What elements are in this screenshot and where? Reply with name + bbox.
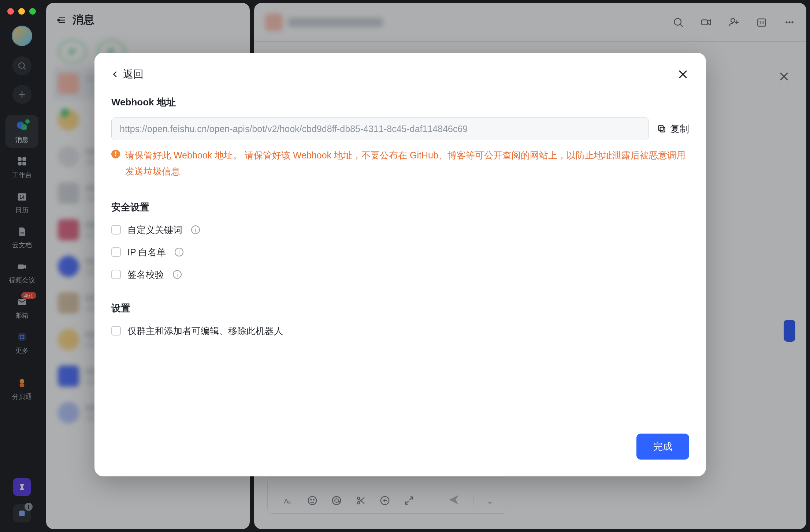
webhook-settings-modal: 返回 Webhook 地址 https://open.feishu.cn/ope… bbox=[94, 53, 706, 476]
checkbox-label: 签名校验 bbox=[127, 269, 164, 281]
close-button[interactable] bbox=[677, 68, 689, 80]
checkbox-label: 自定义关键词 bbox=[127, 224, 182, 236]
back-button[interactable]: 返回 bbox=[111, 67, 144, 81]
checkbox-label: IP 白名单 bbox=[127, 246, 166, 258]
settings-section-title: 设置 bbox=[111, 302, 689, 315]
copy-label: 复制 bbox=[670, 123, 689, 135]
copy-icon bbox=[657, 124, 666, 134]
info-icon[interactable]: i bbox=[175, 248, 183, 256]
svg-rect-65 bbox=[660, 127, 665, 132]
close-icon bbox=[677, 68, 689, 80]
checkbox-only-owner[interactable]: 仅群主和添加者可编辑、移除此机器人 bbox=[111, 325, 689, 337]
webhook-url-field[interactable]: https://open.feishu.cn/open-apis/bot/v2/… bbox=[111, 117, 649, 140]
info-icon[interactable]: i bbox=[191, 225, 200, 234]
svg-rect-66 bbox=[658, 125, 663, 130]
checkbox[interactable] bbox=[111, 270, 121, 279]
checkbox-signature[interactable]: 签名校验 i bbox=[111, 269, 689, 281]
maximize-window[interactable] bbox=[29, 8, 36, 15]
checkbox[interactable] bbox=[111, 247, 121, 257]
webhook-url-value: https://open.feishu.cn/open-apis/bot/v2/… bbox=[120, 124, 468, 134]
checkbox-label: 仅群主和添加者可编辑、移除此机器人 bbox=[127, 325, 283, 337]
checkbox-custom-keywords[interactable]: 自定义关键词 i bbox=[111, 224, 689, 236]
checkbox-ip-whitelist[interactable]: IP 白名单 i bbox=[111, 246, 689, 258]
warning-message: ! 请保管好此 Webhook 地址。 请保管好该 Webhook 地址，不要公… bbox=[111, 147, 689, 180]
warning-icon: ! bbox=[111, 150, 120, 158]
security-section-title: 安全设置 bbox=[111, 201, 689, 214]
checkbox[interactable] bbox=[111, 326, 121, 336]
info-icon[interactable]: i bbox=[173, 270, 182, 279]
close-window[interactable] bbox=[7, 8, 14, 15]
checkbox[interactable] bbox=[111, 225, 121, 235]
warning-text: 请保管好此 Webhook 地址。 请保管好该 Webhook 地址，不要公布在… bbox=[125, 147, 689, 180]
copy-button[interactable]: 复制 bbox=[657, 123, 689, 135]
webhook-label: Webhook 地址 bbox=[111, 96, 689, 109]
chevron-left-icon bbox=[111, 70, 119, 78]
done-button[interactable]: 完成 bbox=[636, 434, 689, 460]
minimize-window[interactable] bbox=[18, 8, 25, 15]
window-controls[interactable] bbox=[7, 8, 36, 15]
back-label: 返回 bbox=[123, 67, 144, 81]
